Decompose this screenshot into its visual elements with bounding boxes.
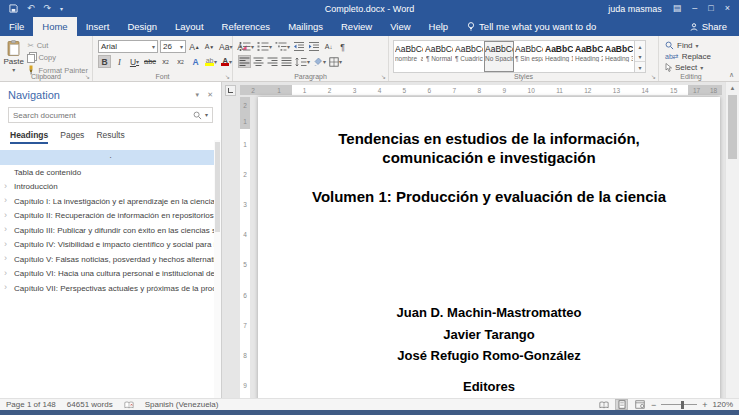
zoom-level[interactable]: 120%: [713, 400, 733, 409]
search-input[interactable]: [13, 111, 190, 120]
save-icon[interactable]: [9, 4, 18, 13]
gallery-scroll-down-icon[interactable]: ▾: [635, 51, 645, 61]
nav-heading-item[interactable]: ›Capítulo II: Recuperación de informació…: [0, 209, 221, 224]
ribbon-tab-home[interactable]: Home: [33, 17, 76, 36]
language-indicator[interactable]: Spanish (Venezuela): [145, 400, 219, 409]
highlight-color-button[interactable]: ab▾: [204, 55, 218, 68]
ribbon-tab-view[interactable]: View: [381, 17, 419, 36]
ribbon-display-options-icon[interactable]: ▤: [673, 4, 682, 13]
document-page[interactable]: Tendencias en estudios de la información…: [258, 97, 720, 398]
ribbon-tab-design[interactable]: Design: [118, 17, 166, 36]
shrink-font-button[interactable]: A▼: [203, 40, 216, 53]
ribbon-tab-insert[interactable]: Insert: [77, 17, 119, 36]
superscript-button[interactable]: x2: [174, 55, 187, 68]
web-layout-button[interactable]: [633, 399, 646, 410]
bullets-button[interactable]: ▾: [238, 40, 255, 53]
nav-heading-item[interactable]: Tabla de contenido: [0, 165, 221, 180]
styles-dialog-launcher-icon[interactable]: ↘: [651, 73, 656, 80]
line-spacing-button[interactable]: ▾: [294, 55, 311, 68]
proofing-icon[interactable]: [124, 401, 134, 409]
justify-button[interactable]: [280, 55, 293, 68]
cut-button[interactable]: ✂Cut: [27, 41, 88, 50]
replace-button[interactable]: ab⇄Replace: [665, 52, 711, 61]
style-heading-1[interactable]: AaBbCHeading 1: [544, 41, 574, 72]
shading-button[interactable]: ▾: [312, 55, 327, 68]
style-nombre-a[interactable]: AaBbCcnombre_a...: [394, 41, 424, 72]
align-left-button[interactable]: [238, 55, 251, 68]
clipboard-dialog-launcher-icon[interactable]: ↘: [85, 73, 90, 80]
text-effects-button[interactable]: A: [189, 55, 202, 68]
expand-chevron-icon[interactable]: ›: [4, 195, 7, 205]
expand-chevron-icon[interactable]: ›: [4, 253, 7, 263]
style-no-spacing[interactable]: AaBbCcDdNo Spacing: [484, 41, 514, 72]
zoom-out-button[interactable]: −: [651, 400, 656, 410]
nav-heading-item[interactable]: ›Capítulo IV: Visibilidad e impacto cien…: [0, 238, 221, 253]
strikethrough-button[interactable]: abc: [143, 55, 157, 68]
expand-chevron-icon[interactable]: ›: [4, 210, 7, 220]
scroll-up-icon[interactable]: ▲: [726, 82, 739, 94]
multilevel-list-button[interactable]: ▾: [274, 40, 291, 53]
nav-scrollbar[interactable]: [214, 140, 221, 398]
numbering-button[interactable]: ▾: [256, 40, 273, 53]
nav-heading-item[interactable]: ›Capítulo I: La investigación y el apren…: [0, 194, 221, 209]
paste-button[interactable]: Paste ▾: [2, 38, 25, 71]
document-scrollbar[interactable]: ▲: [725, 82, 739, 398]
word-count[interactable]: 64651 words: [67, 400, 113, 409]
tab-selector[interactable]: [225, 85, 236, 96]
nav-tab-pages[interactable]: Pages: [60, 130, 84, 144]
undo-icon[interactable]: ↶: [27, 4, 35, 13]
find-button[interactable]: Find▾: [665, 41, 711, 50]
nav-heading-item[interactable]: ›Capítulo V: Falsas noticias, posverdad …: [0, 252, 221, 267]
ribbon-tab-help[interactable]: Help: [420, 17, 458, 36]
subscript-button[interactable]: x2: [159, 55, 172, 68]
vertical-ruler[interactable]: 21 123456789: [240, 97, 250, 398]
align-right-button[interactable]: [266, 55, 279, 68]
style-sin-espa[interactable]: AaBbCcDd¶ Sin espa...: [514, 41, 544, 72]
scrollbar-thumb[interactable]: [728, 95, 737, 159]
tell-me-box[interactable]: Tell me what you want to do: [457, 17, 606, 36]
nav-pane-close-icon[interactable]: ✕: [207, 91, 213, 99]
underline-button[interactable]: U▾: [128, 55, 141, 68]
ribbon-tab-file[interactable]: File: [0, 17, 33, 36]
expand-chevron-icon[interactable]: ›: [4, 224, 7, 234]
zoom-slider[interactable]: [661, 404, 697, 405]
expand-chevron-icon[interactable]: ›: [4, 282, 7, 292]
zoom-in-button[interactable]: +: [702, 400, 707, 410]
search-options-icon[interactable]: ▾: [205, 112, 208, 118]
share-button[interactable]: Share: [690, 17, 739, 36]
redo-icon[interactable]: ↷: [44, 4, 52, 13]
print-layout-button[interactable]: [615, 399, 628, 410]
change-case-button[interactable]: Aa▾: [218, 40, 233, 53]
minimize-icon[interactable]: –: [692, 4, 697, 13]
collapse-ribbon-icon[interactable]: ∧: [729, 71, 734, 79]
page-indicator[interactable]: Page 1 of 148: [6, 400, 56, 409]
gallery-more-icon[interactable]: ▾: [635, 61, 645, 72]
nav-heading-item[interactable]: ›Capítulo III: Publicar y difundir con é…: [0, 223, 221, 238]
gallery-scroll-up-icon[interactable]: ▴: [635, 41, 645, 51]
zoom-slider-thumb[interactable]: [681, 401, 684, 409]
expand-chevron-icon[interactable]: ›: [4, 268, 7, 278]
style-heading-2[interactable]: AaBbCcHeading 2: [574, 41, 604, 72]
customize-qat-icon[interactable]: ▾: [60, 6, 63, 12]
italic-button[interactable]: I: [113, 55, 126, 68]
show-hide-marks-button[interactable]: ¶: [336, 40, 349, 53]
ribbon-tab-review[interactable]: Review: [332, 17, 381, 36]
maximize-icon[interactable]: □: [708, 4, 713, 13]
nav-tab-headings[interactable]: Headings: [10, 130, 48, 144]
decrease-indent-button[interactable]: [292, 40, 306, 53]
nav-tab-results[interactable]: Results: [96, 130, 124, 144]
font-size-select[interactable]: 26▾: [160, 40, 186, 53]
close-icon[interactable]: ×: [725, 4, 730, 13]
read-mode-button[interactable]: [597, 399, 610, 410]
expand-chevron-icon[interactable]: ›: [4, 239, 7, 249]
ribbon-tab-mailings[interactable]: Mailings: [279, 17, 332, 36]
bold-button[interactable]: B: [98, 55, 111, 68]
font-family-select[interactable]: Arial▾: [98, 40, 158, 53]
sort-button[interactable]: A↓: [322, 40, 335, 53]
select-button[interactable]: Select▾: [665, 63, 711, 72]
nav-heading-item[interactable]: ·: [0, 150, 221, 165]
increase-indent-button[interactable]: [307, 40, 321, 53]
nav-pane-options-icon[interactable]: ▾: [196, 91, 200, 99]
align-center-button[interactable]: [252, 55, 265, 68]
nav-heading-item[interactable]: ›Capítulo VI: Hacia una cultura personal…: [0, 267, 221, 282]
